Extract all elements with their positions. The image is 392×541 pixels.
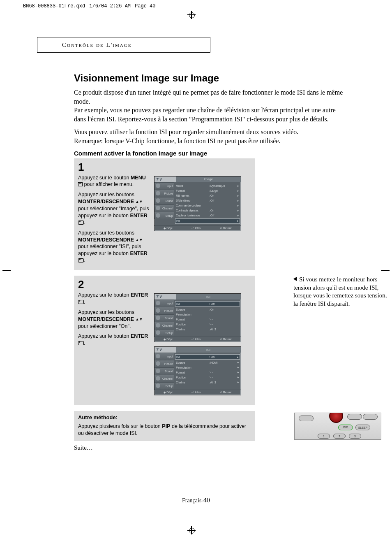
osd-row: Source: HDMI▸ (176, 360, 239, 365)
osd-screenshot-isi-on: T V ISI Input Picture Sound Channel Setu… (154, 346, 241, 395)
osd-row: Position: ▭▸ (176, 375, 239, 380)
print-file: BN68-00883S-01Fre.qxd (23, 3, 85, 9)
print-page: Page 40 (135, 3, 155, 9)
osd-row: Format: Large▸ (176, 188, 239, 193)
alt-method-title: Autre méthode: (78, 414, 251, 420)
osd-menu-title: Image (176, 176, 241, 182)
power-button-icon (329, 413, 343, 423)
page-title: Visionnement Image sur Image (74, 72, 349, 84)
step-1-para-3: Appuyez sur les boutons MONTER/DESCENDRE… (78, 230, 150, 264)
osd-row: DNIe démo: Off▸ (176, 198, 239, 203)
page-number: Français-40 (0, 497, 392, 504)
alt-method-body: Appuyez plusieurs fois sur le bouton PIP… (78, 423, 251, 437)
print-date: 1/6/04 2:26 AM (89, 3, 131, 9)
intro-paragraph-2: Vous pouvez utiliser la fonction ISI pou… (74, 128, 349, 145)
osd-row: Permutation▸ (176, 365, 239, 370)
step-1-para-2: Appuyez sur les boutons MONTER/DESCENDRE… (78, 191, 150, 226)
enter-icon (78, 258, 84, 262)
pip-button: PIP (338, 425, 353, 430)
osd-screenshot-image-menu: T V Image Input Picture Sound Channel Se… (154, 176, 241, 231)
section-header: Contrôle de L'image (37, 37, 210, 53)
osd-row: Source: On (176, 307, 239, 312)
osd-row: Mode: Dynamique▸ (176, 183, 239, 188)
osd-row: Capteur luminance: Off▸ (176, 213, 239, 218)
osd-row: ISI: Off (175, 301, 240, 306)
continued-label: Suite… (74, 444, 349, 451)
intro-paragraph-1: Ce produit dispose d'un tuner intégré qu… (74, 88, 349, 123)
osd-screenshot-isi-off: T V ISI Input Picture Sound Channel Setu… (154, 293, 241, 342)
print-job-header: BN68-00883S-01Fre.qxd 1/6/04 2:26 AM Pag… (23, 3, 155, 9)
up-down-icon: ▲▼ (136, 199, 143, 204)
up-down-icon: ▲▼ (136, 237, 143, 242)
step-2-para-1: Appuyez sur le bouton ENTER . (78, 292, 150, 306)
step-1-box: 1 Appuyez sur le bouton MENU pour affich… (74, 158, 255, 270)
sleep-button: SLEEP (355, 425, 370, 430)
step-2-box: 2 Appuyez sur le bouton ENTER . Appuyez … (74, 276, 255, 405)
step-2-para-2: Appuyez sur les boutons MONTER/DESCENDRE… (78, 309, 150, 330)
remote-control-closeup: PIP SLEEP 1 2 3 (294, 413, 381, 440)
osd-row: Format: ▭ (176, 317, 239, 322)
up-down-icon: ▲▼ (136, 317, 143, 322)
osd-row: Commande couleur▸ (176, 203, 239, 208)
side-note: Si vous mettez le moniteur hors tension … (293, 276, 388, 308)
step-number: 2 (78, 278, 251, 291)
osd-row: Permutation (176, 312, 239, 317)
alt-method-box: Autre méthode: Appuyez plusieurs fois su… (74, 411, 255, 441)
osd-row: ISI▸ (175, 218, 240, 224)
step-1-para-1: Appuyez sur le bouton MENU pour afficher… (78, 174, 150, 188)
osd-row: Position: ▭ (176, 322, 239, 327)
enter-icon (78, 221, 84, 225)
osd-tv-label: T V (154, 176, 176, 182)
step-number: 1 (78, 161, 251, 174)
enter-icon (78, 300, 84, 304)
registration-mark-icon (188, 527, 195, 534)
step-2-para-3: Appuyez sur le bouton ENTER . (78, 333, 150, 347)
osd-row: Format: ▭▸ (176, 370, 239, 375)
left-triangle-icon (293, 277, 297, 281)
section-header-text: Contrôle de L'image (62, 42, 131, 49)
osd-row: Chaîne: Air 3▸ (176, 380, 239, 385)
osd-row: Chaîne: Air 3 (176, 327, 239, 332)
subheading: Comment activer la fonction Image sur Im… (74, 150, 349, 157)
enter-icon (78, 341, 84, 345)
osd-row: ISI: On▸ (175, 354, 240, 360)
osd-sidebar: Input Picture Sound Channel Setup (154, 182, 174, 225)
osd-row: Contraste dynam.: On▸ (176, 208, 239, 213)
osd-row: RB numér.: On▸ (176, 193, 239, 198)
registration-mark-icon (188, 12, 195, 18)
registration-mark-icon (382, 267, 389, 274)
menu-icon (78, 182, 83, 186)
registration-mark-icon (3, 267, 10, 274)
